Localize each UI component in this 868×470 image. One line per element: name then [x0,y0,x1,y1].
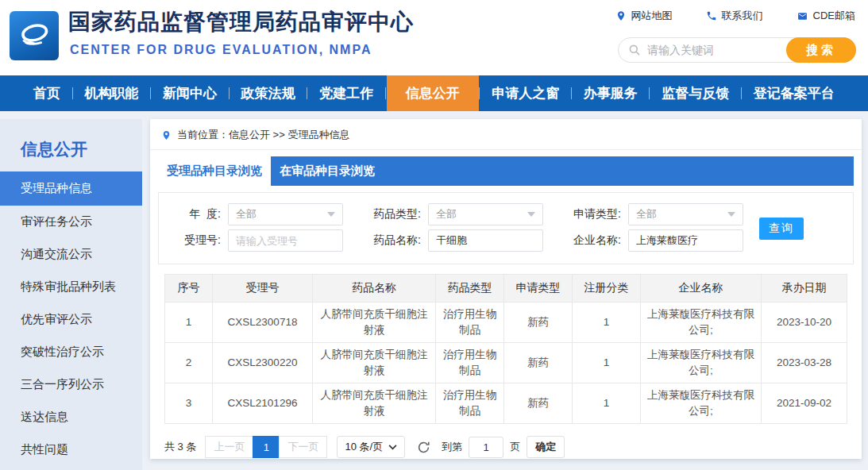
sidebar-item-priority-review[interactable]: 优先审评公示 [0,303,142,336]
logo-swirl-icon [16,17,52,54]
prev-page-button[interactable]: 上一页 [205,436,253,458]
sitemap-label: 网站地图 [631,9,673,23]
filter-company: 企业名称: [559,229,743,252]
company-input[interactable] [628,229,743,252]
sidebar-title: 信息公开 [0,132,142,171]
goto-prefix: 到第 [442,440,462,454]
goto-suffix: 页 [510,440,520,454]
pagination: 共 3 条 上一页 1 下一页 10 条/页 到第 页 确定 [164,436,847,458]
sidebar-item-common-issues[interactable]: 共性问题 [0,433,142,466]
sidebar-item-accepted-varieties[interactable]: 受理品种信息 [0,171,142,206]
page-subtitle: CENTER FOR DRUG EVALUATION, NMPA [70,43,372,57]
table-cell: 1 [573,343,641,383]
page-buttons: 上一页 1 下一页 [206,436,327,458]
nav-item-party[interactable]: 党建工作 [308,75,384,111]
table-row: 2CXSL2300220人脐带间充质干细胞注射液治疗用生物制品新药1上海莱馥医疗… [165,343,847,383]
sidebar-item-three-in-one[interactable]: 三合一序列公示 [0,368,142,401]
confirm-button[interactable]: 确定 [527,436,565,458]
table-cell: 新药 [504,302,573,343]
sidebar-item-breakthrough-therapy[interactable]: 突破性治疗公示 [0,336,142,368]
apply-type-label: 申请类型: [559,207,621,222]
contact-link[interactable]: 联系我们 [706,9,763,23]
page-number-button[interactable]: 1 [253,436,280,458]
table-cell: CXSL2300220 [213,343,313,383]
apply-type-select[interactable]: 全部 [628,203,743,225]
drug-type-select[interactable]: 全部 [428,203,543,225]
tab-under-review-catalog[interactable]: 在审品种目录浏览 [271,156,384,186]
nav-item-news[interactable]: 新闻中心 [152,75,228,111]
chevron-down-icon [727,212,735,217]
nav-item-policies[interactable]: 政策法规 [230,75,307,111]
goto-page-input[interactable] [469,437,503,458]
nav-item-services[interactable]: 办事服务 [573,75,649,111]
nav-item-supervision[interactable]: 监督与反馈 [650,75,740,111]
sidebar-item-communication[interactable]: 沟通交流公示 [0,238,142,271]
table-header-row: 序号 受理号 药品名称 药品类型 申请类型 注册分类 企业名称 承办日期 [165,275,847,302]
nav-item-applicant[interactable]: 申请人之窗 [480,75,570,111]
year-label: 年 度: [159,207,221,222]
drug-name-input[interactable] [428,229,543,252]
year-select[interactable]: 全部 [228,203,343,225]
search-bar: 搜索 [618,37,856,63]
filter-year: 年 度: 全部 [159,203,343,225]
table-cell: 1 [573,302,641,343]
breadcrumb: 当前位置：信息公开 >> 受理品种信息 [150,119,862,150]
mailbox-link[interactable]: CDE邮箱 [797,9,855,23]
drug-type-value: 全部 [436,207,457,222]
table-cell: 治疗用生物制品 [436,383,504,424]
table-cell: 上海莱馥医疗科技有限公司; [641,302,762,343]
quick-links: 网站地图 联系我们 CDE邮箱 [615,9,855,23]
nav-item-info-disclosure[interactable]: 信息公开 [387,75,479,111]
sidebar-item-special-approval[interactable]: 特殊审批品种列表 [0,271,142,303]
query-button[interactable]: 查询 [759,218,804,240]
drug-type-label: 药品类型: [359,207,421,222]
nav-item-registration-platform[interactable]: 登记备案平台 [743,75,846,111]
sidebar-item-delivery-info[interactable]: 送达信息 [0,401,142,433]
phone-icon [706,10,717,21]
mailbox-label: CDE邮箱 [813,9,855,23]
tab-bar: 受理品种目录浏览 在审品种目录浏览 [158,156,854,186]
col-reg-class: 注册分类 [573,275,641,302]
chevron-down-icon [388,445,397,450]
col-seq: 序号 [165,275,213,302]
chevron-down-icon [327,212,335,217]
filter-drug-type: 药品类型: 全部 [359,203,543,225]
contact-label: 联系我们 [722,9,763,23]
apply-type-value: 全部 [636,207,657,222]
table-cell: 1 [165,302,213,343]
year-value: 全部 [236,207,257,222]
refresh-button[interactable] [417,441,430,454]
col-acceptance-no: 受理号 [213,275,313,302]
table-row: 3CXSL2101296人脐带间充质干细胞注射液治疗用生物制品新药1上海莱馥医疗… [165,383,847,424]
page-title: 国家药品监督管理局药品审评中心 [68,7,414,37]
table-cell: 人脐带间充质干细胞注射液 [313,383,436,424]
sitemap-link[interactable]: 网站地图 [615,9,673,23]
table-cell: 2 [165,343,213,383]
location-pin-icon [615,10,627,21]
acceptance-label: 受理号: [159,233,221,248]
acceptance-input[interactable] [228,229,343,252]
table-cell: CXSL2300718 [213,302,313,343]
company-label: 企业名称: [559,233,621,248]
table-cell: 人脐带间充质干细胞注射液 [313,302,436,343]
filter-row-1: 年 度: 全部 药品类型: 全部 申请类型: 全部 [159,203,853,225]
table-cell: 上海莱馥医疗科技有限公司; [641,383,762,424]
search-input[interactable] [647,44,786,56]
nav-item-functions[interactable]: 机构职能 [74,75,150,111]
magnifier-icon [628,44,641,56]
nav-item-home[interactable]: 首页 [22,75,71,111]
search-button[interactable]: 搜索 [786,37,856,63]
page-size-select[interactable]: 10 条/页 [337,436,405,458]
table-cell: CXSL2101296 [213,383,313,424]
mail-icon [797,11,808,21]
tab-accepted-catalog[interactable]: 受理品种目录浏览 [158,156,271,186]
table-cell: 治疗用生物制品 [436,302,504,343]
cde-logo[interactable] [10,11,59,60]
refresh-icon [417,441,430,454]
next-page-button[interactable]: 下一页 [279,436,327,458]
table-cell: 3 [165,383,213,424]
table-cell: 新药 [504,343,573,383]
sidebar-item-review-tasks[interactable]: 审评任务公示 [0,206,142,238]
filter-apply-type: 申请类型: 全部 [559,203,743,225]
filter-row-2: 受理号: 药品名称: 企业名称: [159,229,853,252]
